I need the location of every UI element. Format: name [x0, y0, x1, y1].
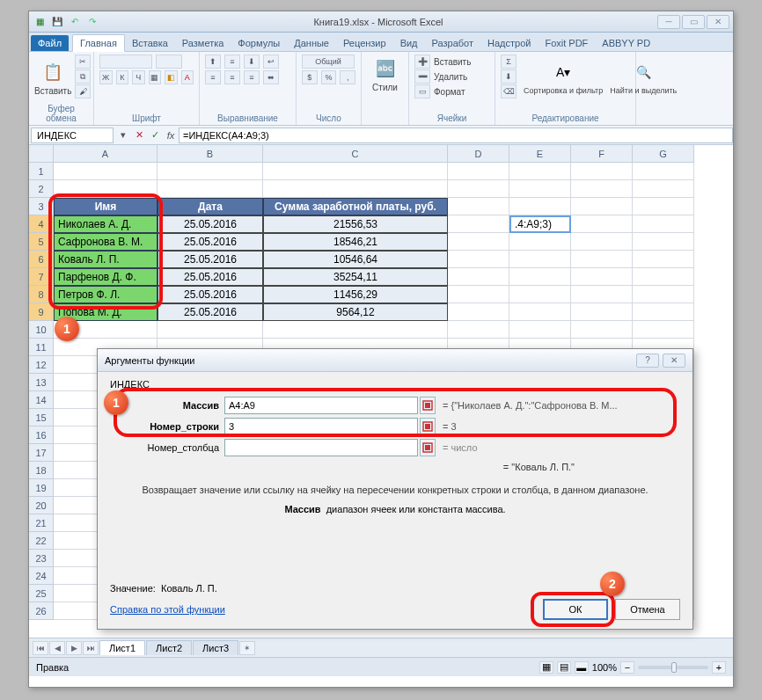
cell-D2[interactable]: [448, 180, 509, 198]
cell-E7[interactable]: [509, 268, 571, 286]
cell-C7[interactable]: 35254,11: [263, 268, 448, 286]
cell-G5[interactable]: [633, 233, 694, 251]
row-header-26[interactable]: 26: [29, 602, 54, 620]
row-header-16[interactable]: 16: [29, 427, 54, 444]
sheet-nav-prev[interactable]: ◀: [49, 641, 65, 655]
cell-F4[interactable]: [571, 215, 633, 233]
col-header-E[interactable]: E: [509, 145, 571, 163]
row-header-4[interactable]: 4: [29, 215, 54, 233]
clear-button[interactable]: ⌫: [501, 84, 517, 98]
row-header-20[interactable]: 20: [29, 497, 54, 514]
tab-file[interactable]: Файл: [31, 35, 69, 51]
cell-B2[interactable]: [158, 180, 263, 198]
row-header-5[interactable]: 5: [29, 233, 54, 251]
cell-D8[interactable]: [448, 286, 509, 303]
row-header-3[interactable]: 3: [29, 198, 54, 215]
cell-F7[interactable]: [571, 268, 633, 286]
tab-home[interactable]: Главная: [72, 34, 125, 52]
name-box[interactable]: ИНДЕКС: [31, 128, 114, 143]
cell-C3[interactable]: Сумма заработной платы, руб.: [263, 198, 448, 215]
close-button[interactable]: ✕: [707, 15, 729, 29]
tab-insert[interactable]: Вставка: [125, 35, 175, 51]
cut-icon[interactable]: ✂: [75, 55, 91, 69]
col-header-C[interactable]: C: [263, 145, 448, 163]
currency-button[interactable]: $: [302, 70, 318, 84]
tab-data[interactable]: Данные: [287, 35, 336, 51]
row-header-13[interactable]: 13: [29, 374, 54, 391]
redo-icon[interactable]: ↷: [85, 15, 99, 29]
sheet-tab-2[interactable]: Лист2: [146, 640, 192, 655]
row-header-1[interactable]: 1: [29, 163, 54, 180]
formula-input[interactable]: =ИНДЕКС(A4:A9;3): [179, 128, 733, 143]
cell-G10[interactable]: [633, 321, 694, 339]
cell-G7[interactable]: [633, 268, 694, 286]
cell-A4[interactable]: Николаев А. Д.: [54, 215, 158, 233]
arg-array-input[interactable]: A4:A9: [224, 397, 418, 414]
cell-D5[interactable]: [448, 233, 509, 251]
italic-button[interactable]: К: [116, 70, 129, 84]
row-header-23[interactable]: 23: [29, 550, 54, 567]
zoom-out-button[interactable]: −: [620, 661, 634, 674]
align-center[interactable]: ≡: [224, 70, 240, 84]
cell-F2[interactable]: [571, 180, 633, 198]
undo-icon[interactable]: ↶: [68, 15, 82, 29]
number-format[interactable]: Общий: [302, 55, 355, 69]
sheet-nav-next[interactable]: ▶: [66, 641, 82, 655]
cell-B1[interactable]: [158, 163, 263, 180]
dialog-cancel-button[interactable]: Отмена: [615, 599, 680, 620]
cell-B7[interactable]: 25.05.2016: [158, 268, 263, 286]
cell-A6[interactable]: Коваль Л. П.: [54, 251, 158, 268]
cell-G8[interactable]: [633, 286, 694, 303]
cell-C1[interactable]: [263, 163, 448, 180]
row-header-2[interactable]: 2: [29, 180, 54, 198]
col-header-B[interactable]: B: [158, 145, 263, 163]
font-size[interactable]: [156, 55, 182, 69]
copy-icon[interactable]: ⧉: [75, 69, 91, 84]
arg-row-input[interactable]: 3: [224, 418, 418, 435]
row-header-12[interactable]: 12: [29, 356, 54, 374]
cell-C6[interactable]: 10546,64: [263, 251, 448, 268]
font-name[interactable]: [99, 55, 152, 69]
font-color-button[interactable]: A: [181, 70, 194, 84]
tab-layout[interactable]: Разметка: [175, 35, 231, 51]
cell-E4[interactable]: .4:A9;3): [509, 215, 571, 233]
view-layout-icon[interactable]: ▤: [557, 661, 571, 674]
cell-A8[interactable]: Петров Ф. Л.: [54, 286, 158, 303]
format-cells-icon[interactable]: ▭: [414, 84, 430, 98]
fill-button[interactable]: ⬇: [501, 69, 517, 84]
cell-B5[interactable]: 25.05.2016: [158, 233, 263, 251]
cell-B8[interactable]: 25.05.2016: [158, 286, 263, 303]
dialog-help-link[interactable]: Справка по этой функции: [110, 604, 225, 615]
sheet-tab-3[interactable]: Лист3: [193, 640, 238, 655]
row-header-10[interactable]: 10: [29, 321, 54, 339]
tab-formulas[interactable]: Формулы: [231, 35, 287, 51]
fx-icon[interactable]: fx: [163, 128, 179, 143]
cell-E9[interactable]: [509, 303, 571, 321]
tab-foxit[interactable]: Foxit PDF: [538, 35, 595, 51]
cell-C5[interactable]: 18546,21: [263, 233, 448, 251]
cell-F10[interactable]: [571, 321, 633, 339]
cell-F9[interactable]: [571, 303, 633, 321]
cell-G2[interactable]: [633, 180, 694, 198]
row-header-19[interactable]: 19: [29, 479, 54, 497]
sheet-nav-last[interactable]: ⏭: [83, 641, 99, 655]
col-header-A[interactable]: A: [54, 145, 158, 163]
cell-C10[interactable]: [263, 321, 448, 339]
cell-D10[interactable]: [448, 321, 509, 339]
row-header-7[interactable]: 7: [29, 268, 54, 286]
cell-D6[interactable]: [448, 251, 509, 268]
accept-formula-icon[interactable]: ✓: [147, 128, 163, 143]
row-header-8[interactable]: 8: [29, 286, 54, 303]
format-painter-icon[interactable]: 🖌: [75, 84, 91, 98]
cell-A7[interactable]: Парфенов Д. Ф.: [54, 268, 158, 286]
align-mid[interactable]: ≡: [224, 55, 240, 69]
view-normal-icon[interactable]: ▦: [539, 661, 553, 674]
select-all-corner[interactable]: [29, 145, 54, 163]
styles-icon[interactable]: 🔤: [371, 55, 399, 83]
cell-C8[interactable]: 11456,29: [263, 286, 448, 303]
cell-B3[interactable]: Дата: [158, 198, 263, 215]
cell-E5[interactable]: [509, 233, 571, 251]
autosum-button[interactable]: Σ: [501, 55, 517, 69]
col-header-D[interactable]: D: [448, 145, 509, 163]
cell-F1[interactable]: [571, 163, 633, 180]
